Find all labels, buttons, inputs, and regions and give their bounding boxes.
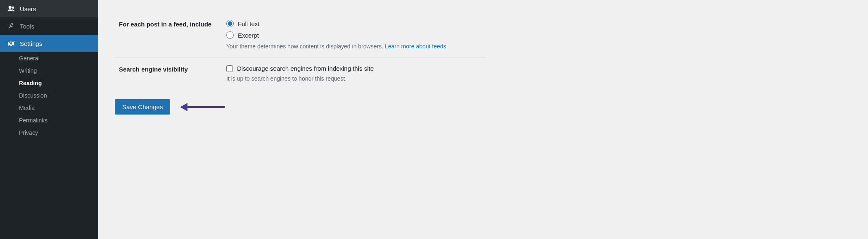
arrow-line [187, 106, 225, 108]
submenu-item-reading[interactable]: Reading [0, 77, 98, 89]
feed-include-controls: Full text Excerpt Your theme determines … [222, 12, 486, 57]
sidebar-item-settings[interactable]: Settings [0, 35, 98, 52]
discourage-search-option[interactable]: Discourage search engines from indexing … [226, 65, 482, 72]
users-icon [7, 4, 16, 13]
feed-help-text: Your theme determines how content is dis… [226, 43, 482, 50]
settings-icon [7, 39, 16, 48]
discourage-search-checkbox[interactable] [226, 65, 233, 72]
excerpt-radio[interactable] [226, 31, 234, 39]
submenu-item-discussion[interactable]: Discussion [0, 89, 98, 102]
save-row: Save Changes [115, 99, 851, 115]
submenu-item-writing[interactable]: Writing [0, 65, 98, 77]
sidebar-item-users[interactable]: Users [0, 0, 98, 17]
sidebar-item-users-label: Users [20, 5, 36, 12]
settings-table: For each post in a feed, include Full te… [115, 12, 486, 89]
search-visibility-label: Search engine visibility [115, 57, 222, 90]
settings-submenu: General Writing Reading Discussion Media… [0, 52, 98, 139]
sidebar-item-settings-label: Settings [20, 40, 42, 47]
sidebar-item-tools-label: Tools [20, 23, 34, 30]
feed-include-row: For each post in a feed, include Full te… [115, 12, 486, 57]
search-help-text: It is up to search engines to honor this… [226, 75, 482, 82]
submenu-item-general[interactable]: General [0, 52, 98, 65]
feed-radio-group: Full text Excerpt [226, 20, 482, 39]
feed-include-label: For each post in a feed, include [115, 12, 222, 57]
arrow-head-icon [180, 103, 187, 111]
excerpt-option[interactable]: Excerpt [226, 31, 482, 39]
full-text-label: Full text [238, 20, 260, 27]
search-visibility-controls: Discourage search engines from indexing … [222, 57, 486, 90]
save-changes-button[interactable]: Save Changes [115, 99, 170, 115]
tools-icon [7, 22, 16, 31]
search-visibility-row: Search engine visibility Discourage sear… [115, 57, 486, 90]
full-text-option[interactable]: Full text [226, 20, 482, 27]
arrow-annotation [180, 103, 225, 111]
excerpt-label: Excerpt [238, 32, 259, 39]
submenu-item-media[interactable]: Media [0, 102, 98, 114]
sidebar-item-tools[interactable]: Tools [0, 17, 98, 35]
learn-more-link[interactable]: Learn more about feeds [385, 43, 446, 50]
full-text-radio[interactable] [226, 20, 234, 27]
discourage-search-label: Discourage search engines from indexing … [237, 65, 374, 72]
main-content: For each post in a feed, include Full te… [98, 0, 868, 239]
submenu-item-privacy[interactable]: Privacy [0, 127, 98, 139]
collapse-arrow-icon [93, 39, 98, 48]
sidebar: Users Tools Settings General Writing Rea… [0, 0, 98, 239]
submenu-item-permalinks[interactable]: Permalinks [0, 114, 98, 127]
